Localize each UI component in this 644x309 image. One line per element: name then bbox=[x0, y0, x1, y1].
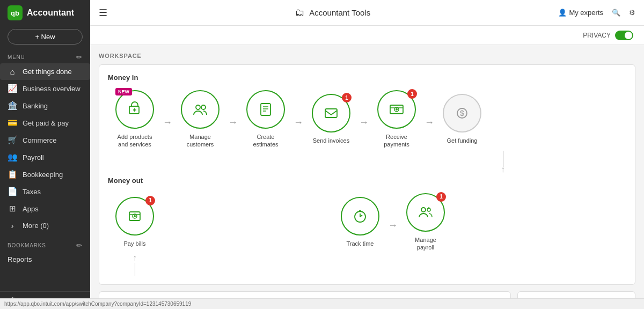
send-invoices-circle: 1 bbox=[312, 94, 350, 133]
statusbar: https://app.qbo.intuit.com/app/switchCom… bbox=[0, 298, 644, 309]
search-button[interactable]: 🔍 bbox=[612, 9, 620, 17]
my-experts-button[interactable]: 👤 My experts bbox=[558, 9, 603, 17]
svg-point-19 bbox=[134, 215, 136, 217]
privacy-toggle[interactable] bbox=[615, 31, 633, 40]
svg-point-24 bbox=[421, 208, 426, 212]
sidebar-item-payroll[interactable]: 👥 Payroll bbox=[0, 149, 90, 166]
receive-payments-badge: 1 bbox=[407, 89, 417, 99]
send-invoices-badge: 1 bbox=[342, 93, 352, 102]
track-time-item[interactable]: Track time bbox=[333, 197, 387, 247]
arrow-5: → bbox=[425, 90, 434, 142]
sidebar-item-banking[interactable]: 🏦 Banking bbox=[0, 97, 90, 114]
commerce-icon: 🛒 bbox=[8, 135, 17, 145]
money-in-flow: NEW Add productsand services → bbox=[108, 90, 626, 149]
receive-payments-item[interactable]: 1 Receivepayments bbox=[370, 90, 423, 149]
sidebar-item-get-things-done[interactable]: ⌂ Get things done bbox=[0, 63, 90, 80]
sidebar-title: Accountant bbox=[27, 8, 74, 18]
manage-customers-circle bbox=[181, 90, 219, 129]
manage-payroll-item[interactable]: 1 Managepayroll bbox=[399, 193, 452, 252]
bookkeeping-icon: 📋 bbox=[8, 170, 17, 179]
new-button[interactable]: + New bbox=[8, 29, 83, 45]
expert-help-card: Expert help Talk to your bbox=[517, 291, 635, 298]
chart-icon: 📈 bbox=[8, 84, 17, 93]
more-icon: › bbox=[8, 221, 17, 230]
money-out-section: Money out 1 Pay bills bbox=[108, 176, 626, 252]
bottom-row: Accounting and reports NEW $ Review bbox=[99, 291, 635, 298]
svg-point-13 bbox=[396, 108, 398, 111]
sidebar-item-taxes[interactable]: 📄 Taxes bbox=[0, 183, 90, 200]
get-funding-circle: $ bbox=[443, 94, 481, 133]
sidebar-item-business-overview[interactable]: 📈 Business overview bbox=[0, 80, 90, 97]
new-badge: NEW bbox=[115, 88, 132, 95]
money-out-flow: 1 Pay bills bbox=[108, 193, 626, 252]
sidebar-item-apps[interactable]: ⊞ Apps bbox=[0, 200, 90, 217]
sidebar-header: qb Accountant bbox=[0, 0, 90, 26]
gear-icon: ⚙ bbox=[629, 9, 635, 17]
topbar-center: 🗂 Accountant Tools bbox=[107, 7, 558, 18]
settings-button[interactable]: ⚙ bbox=[629, 9, 635, 17]
tools-icon: 🗂 bbox=[295, 7, 305, 18]
pay-bills-item[interactable]: 1 Pay bills bbox=[108, 197, 162, 247]
money-out-title: Money out bbox=[108, 176, 626, 185]
manage-payroll-badge: 1 bbox=[436, 192, 446, 202]
status-url: https://app.qbo.intuit.com/app/switchCom… bbox=[4, 301, 191, 307]
workspace-card: Money in NEW Add productsand services bbox=[99, 64, 635, 285]
arrow-1: → bbox=[163, 90, 172, 142]
sidebar-item-reports[interactable]: Reports bbox=[0, 252, 90, 267]
workspace-label: WORKSPACE bbox=[99, 53, 635, 59]
menu-section-label: MENU ✏ bbox=[0, 50, 90, 63]
topbar: ☰ 🗂 Accountant Tools 👤 My experts 🔍 ⚙ bbox=[90, 0, 644, 26]
privacy-label: PRIVACY bbox=[583, 32, 611, 39]
search-icon: 🔍 bbox=[612, 9, 620, 17]
pay-bills-badge: 1 bbox=[145, 196, 155, 205]
svg-rect-9 bbox=[325, 109, 337, 117]
accounting-reports-card: Accounting and reports NEW $ Review bbox=[99, 291, 511, 298]
sidebar-item-bookkeeping[interactable]: 📋 Bookkeeping bbox=[0, 166, 90, 183]
privacy-bar: PRIVACY bbox=[90, 26, 644, 45]
taxes-icon: 📄 bbox=[8, 187, 17, 196]
person-icon: 👤 bbox=[558, 9, 567, 17]
bookmarks-section-label: BOOKMARKS ✏ bbox=[0, 238, 90, 252]
qb-logo: qb bbox=[8, 5, 23, 20]
topbar-right: 👤 My experts 🔍 ⚙ bbox=[558, 9, 635, 17]
payment-icon: 💳 bbox=[8, 118, 17, 128]
main-content: WORKSPACE Money in NEW Add pr bbox=[90, 45, 644, 298]
svg-rect-5 bbox=[261, 104, 270, 115]
money-in-title: Money in bbox=[108, 73, 626, 82]
send-invoices-item[interactable]: 1 Send invoices bbox=[304, 94, 358, 144]
menu-edit-icon[interactable]: ✏ bbox=[76, 53, 83, 61]
hamburger-menu-button[interactable]: ☰ bbox=[99, 7, 107, 19]
sidebar-item-get-paid-pay[interactable]: 💳 Get paid & pay bbox=[0, 114, 90, 131]
get-funding-item[interactable]: $ Get funding bbox=[435, 94, 489, 144]
create-estimates-circle bbox=[246, 90, 285, 129]
create-estimates-item[interactable]: Createestimates bbox=[239, 90, 292, 149]
add-products-circle: NEW bbox=[115, 90, 154, 129]
manage-customers-item[interactable]: Managecustomers bbox=[173, 90, 227, 149]
arrow-6: → bbox=[388, 193, 398, 245]
arrow-4: → bbox=[359, 90, 369, 142]
bookmarks-edit-icon[interactable]: ✏ bbox=[76, 241, 83, 249]
arrow-3: → bbox=[294, 90, 303, 142]
payroll-icon: 👥 bbox=[8, 152, 17, 162]
pay-bills-circle: 1 bbox=[115, 197, 154, 236]
bank-icon: 🏦 bbox=[8, 101, 17, 111]
svg-text:$: $ bbox=[460, 109, 464, 117]
home-icon: ⌂ bbox=[8, 67, 17, 76]
money-in-section: Money in NEW Add productsand services bbox=[108, 73, 626, 149]
add-products-item[interactable]: NEW Add productsand services bbox=[108, 90, 162, 149]
receive-payments-circle: 1 bbox=[377, 90, 416, 129]
sidebar-item-commerce[interactable]: 🛒 Commerce bbox=[0, 131, 90, 149]
arrow-2: → bbox=[228, 90, 238, 142]
track-time-circle bbox=[341, 197, 379, 236]
svg-point-4 bbox=[201, 105, 206, 109]
manage-payroll-circle: 1 bbox=[406, 193, 445, 232]
tools-label: Accountant Tools bbox=[309, 8, 370, 17]
apps-icon: ⊞ bbox=[8, 204, 17, 214]
topbar-left: ☰ bbox=[99, 7, 107, 19]
svg-point-3 bbox=[196, 105, 200, 109]
sidebar-item-more[interactable]: › More (0) bbox=[0, 217, 90, 234]
sidebar: qb Accountant + New MENU ✏ ⌂ Get things … bbox=[0, 0, 90, 309]
